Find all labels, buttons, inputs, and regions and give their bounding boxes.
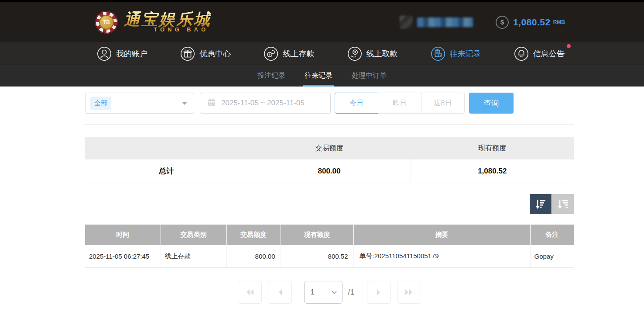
logo-title: 通宝娱乐城 bbox=[124, 11, 211, 28]
prev-page-button[interactable] bbox=[268, 281, 292, 304]
search-button[interactable]: 查询 bbox=[469, 93, 514, 114]
user-icon bbox=[97, 46, 112, 61]
record-remark: Gopay bbox=[530, 245, 574, 268]
sort-row bbox=[85, 194, 574, 214]
left-arrow-icon bbox=[277, 289, 283, 296]
summary-header-empty bbox=[85, 137, 248, 159]
record-balance: 800.52 bbox=[281, 245, 353, 268]
withdraw-icon bbox=[347, 46, 362, 61]
record-time: 2025-11-05 06:27:45 bbox=[85, 245, 161, 268]
record-summary: 单号:202511054115005179 bbox=[353, 245, 530, 268]
sort-descending-icon bbox=[534, 198, 547, 210]
app-header: TB 通宝娱乐城 TONG BAO $ 1,080.52 RMB bbox=[0, 2, 644, 42]
nav-item-promotions[interactable]: 优惠中心 bbox=[180, 46, 231, 61]
user-area: $ 1,080.52 RMB bbox=[400, 16, 565, 29]
sort-ascending-button[interactable] bbox=[552, 194, 574, 214]
record-row: 2025-11-05 06:27:45 线上存款 800.00 800.52 单… bbox=[85, 245, 574, 268]
tab-betting-records[interactable]: 投注纪录 bbox=[256, 65, 287, 87]
gift-icon bbox=[180, 46, 195, 61]
tab-processing-orders[interactable]: 处理中订单 bbox=[350, 65, 388, 87]
balance-currency: RMB bbox=[553, 19, 565, 25]
site-logo[interactable]: TB 通宝娱乐城 TONG BAO bbox=[95, 11, 211, 34]
select-chevron-icon bbox=[332, 291, 337, 294]
records-table: 时间 交易类别 交易额度 现有额度 摘要 备注 2025-11-05 06:27… bbox=[85, 225, 574, 268]
today-button[interactable]: 今日 bbox=[335, 93, 378, 114]
nav-item-deposit[interactable]: 线上存款 bbox=[264, 46, 314, 61]
nav-item-my-account[interactable]: 我的账户 bbox=[97, 46, 147, 61]
main-nav: 我的账户 优惠中心 线上存款 线上取款 bbox=[0, 42, 644, 65]
nav-label: 线上存款 bbox=[283, 48, 314, 59]
page-select-value: 1 bbox=[311, 288, 315, 296]
first-page-button[interactable] bbox=[238, 281, 262, 304]
summary-total-label: 总计 bbox=[85, 159, 248, 183]
user-name-masked bbox=[417, 17, 473, 27]
nav-item-withdraw[interactable]: 线上取款 bbox=[347, 46, 398, 61]
casino-chip-icon: TB bbox=[95, 11, 118, 34]
double-left-arrow-icon bbox=[245, 289, 255, 296]
date-range-input[interactable]: 2025-11-05 ~ 2025-11-05 bbox=[200, 93, 331, 114]
chip-monogram: TB bbox=[99, 15, 114, 30]
deposit-icon bbox=[264, 46, 278, 61]
last-8-days-button[interactable]: 近8日 bbox=[421, 93, 465, 114]
sort-ascending-icon bbox=[557, 198, 569, 210]
logo-subtitle: TONG BAO bbox=[154, 26, 211, 33]
records-icon bbox=[431, 46, 445, 61]
balance-amount: 1,080.52 bbox=[513, 17, 551, 28]
nav-label: 我的账户 bbox=[116, 48, 147, 59]
transaction-type-select[interactable]: 全部 bbox=[85, 93, 194, 114]
sort-descending-button[interactable] bbox=[530, 194, 552, 214]
yesterday-button[interactable]: 昨日 bbox=[378, 93, 421, 114]
summary-header-balance: 现有额度 bbox=[411, 137, 574, 159]
summary-table: 交易额度 现有额度 总计 800.00 1,080.52 bbox=[85, 137, 574, 183]
record-type: 线上存款 bbox=[161, 245, 226, 268]
summary-total-balance: 1,080.52 bbox=[411, 159, 574, 183]
nav-item-records[interactable]: 往来记录 bbox=[431, 46, 481, 61]
nav-label: 信息公告 bbox=[533, 48, 565, 59]
summary-header-amount: 交易额度 bbox=[248, 137, 411, 159]
col-amount: 交易额度 bbox=[226, 225, 281, 245]
nav-label: 线上取款 bbox=[367, 48, 398, 59]
next-page-button[interactable] bbox=[367, 281, 391, 304]
tab-transaction-records[interactable]: 往来记录 bbox=[303, 65, 334, 87]
summary-total-amount: 800.00 bbox=[248, 159, 411, 183]
nav-label: 优惠中心 bbox=[199, 48, 231, 59]
col-summary: 摘要 bbox=[353, 225, 530, 245]
double-right-arrow-icon bbox=[404, 289, 414, 296]
pagination: 1 /1 bbox=[85, 281, 574, 304]
summary-total-row: 总计 800.00 1,080.52 bbox=[85, 159, 574, 183]
summary-header-row: 交易额度 现有额度 bbox=[85, 137, 574, 159]
col-balance: 现有额度 bbox=[281, 225, 353, 245]
page-select[interactable]: 1 bbox=[304, 281, 343, 304]
avatar[interactable] bbox=[400, 16, 413, 29]
right-arrow-icon bbox=[376, 289, 382, 296]
divider bbox=[85, 124, 574, 125]
record-amount: 800.00 bbox=[226, 245, 281, 268]
content: 全部 2025-11-05 ~ 2025-11-05 今日 昨日 近8日 查询 bbox=[85, 93, 574, 304]
notification-badge bbox=[567, 44, 571, 48]
page-total: /1 bbox=[348, 287, 355, 297]
nav-item-announcements[interactable]: 信息公告 bbox=[514, 46, 565, 61]
nav-label: 往来记录 bbox=[450, 48, 481, 59]
col-type: 交易类别 bbox=[161, 225, 226, 245]
col-time: 时间 bbox=[85, 225, 161, 245]
last-page-button[interactable] bbox=[397, 281, 421, 304]
date-range-value: 2025-11-05 ~ 2025-11-05 bbox=[221, 99, 305, 107]
quick-date-group: 今日 昨日 近8日 bbox=[335, 93, 465, 114]
calendar-icon bbox=[207, 98, 216, 109]
subnav: 投注纪录 往来记录 处理中订单 bbox=[0, 65, 644, 87]
chevron-down-icon bbox=[182, 102, 187, 105]
bell-icon bbox=[514, 46, 529, 61]
dollar-coin-icon: $ bbox=[496, 16, 509, 29]
filter-row: 全部 2025-11-05 ~ 2025-11-05 今日 昨日 近8日 查询 bbox=[85, 93, 574, 114]
col-remark: 备注 bbox=[530, 225, 574, 245]
records-header-row: 时间 交易类别 交易额度 现有额度 摘要 备注 bbox=[85, 225, 574, 245]
selected-type-tag: 全部 bbox=[90, 97, 111, 110]
